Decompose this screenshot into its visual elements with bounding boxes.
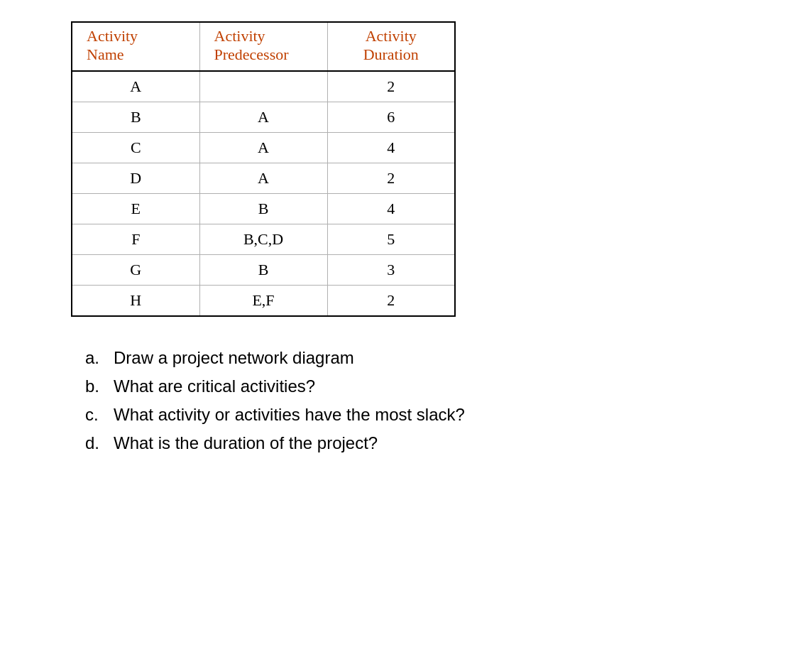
activity-duration-cell: 2	[327, 71, 455, 102]
table-row: BA6	[72, 102, 455, 132]
activity-name-cell: D	[72, 163, 199, 193]
activity-duration-cell: 5	[327, 224, 455, 254]
question-text: Draw a project network diagram	[114, 348, 354, 368]
activity-name-cell: C	[72, 132, 199, 163]
table-row: FB,C,D5	[72, 224, 455, 254]
activity-duration-cell: 4	[327, 193, 455, 224]
table-row: DA2	[72, 163, 455, 193]
question-label: b.	[85, 376, 105, 396]
table-row: GB3	[72, 254, 455, 285]
activity-predecessor-cell: B	[199, 193, 327, 224]
question-item: c.What activity or activities have the m…	[85, 405, 784, 425]
questions-section: a.Draw a project network diagramb.What a…	[85, 348, 784, 453]
question-text: What are critical activities?	[114, 376, 315, 396]
table-row: A2	[72, 71, 455, 102]
col-header-predecessor-top: Activity	[199, 22, 327, 45]
question-item: a.Draw a project network diagram	[85, 348, 784, 368]
activity-name-cell: E	[72, 193, 199, 224]
activity-name-cell: B	[72, 102, 199, 132]
table-row: EB4	[72, 193, 455, 224]
question-label: d.	[85, 433, 105, 453]
activity-duration-cell: 3	[327, 254, 455, 285]
activity-predecessor-cell	[199, 71, 327, 102]
col-header-duration-top: Activity	[327, 22, 455, 45]
col-header-predecessor-bot: Predecessor	[199, 45, 327, 70]
col-header-duration-bot: Duration	[327, 45, 455, 70]
question-text: What is the duration of the project?	[114, 433, 378, 453]
col-header-name-top: Activity	[72, 22, 199, 45]
activity-predecessor-cell: B,C,D	[199, 224, 327, 254]
activity-name-cell: F	[72, 224, 199, 254]
question-label: a.	[85, 348, 105, 368]
question-item: b.What are critical activities?	[85, 376, 784, 396]
activity-name-cell: A	[72, 71, 199, 102]
activity-name-cell: H	[72, 285, 199, 316]
question-item: d.What is the duration of the project?	[85, 433, 784, 453]
question-text: What activity or activities have the mos…	[114, 405, 465, 425]
activity-duration-cell: 6	[327, 102, 455, 132]
table-row: HE,F2	[72, 285, 455, 316]
activity-predecessor-cell: B	[199, 254, 327, 285]
table-row: CA4	[72, 132, 455, 163]
activity-duration-cell: 2	[327, 163, 455, 193]
activity-predecessor-cell: A	[199, 163, 327, 193]
activity-duration-cell: 2	[327, 285, 455, 316]
activity-name-cell: G	[72, 254, 199, 285]
activity-predecessor-cell: A	[199, 132, 327, 163]
activity-table: Activity Activity Activity Name Predeces…	[71, 21, 456, 317]
activity-duration-cell: 4	[327, 132, 455, 163]
question-label: c.	[85, 405, 105, 425]
activity-predecessor-cell: A	[199, 102, 327, 132]
activity-table-container: Activity Activity Activity Name Predeces…	[71, 21, 456, 317]
col-header-name-bot: Name	[72, 45, 199, 70]
activity-predecessor-cell: E,F	[199, 285, 327, 316]
